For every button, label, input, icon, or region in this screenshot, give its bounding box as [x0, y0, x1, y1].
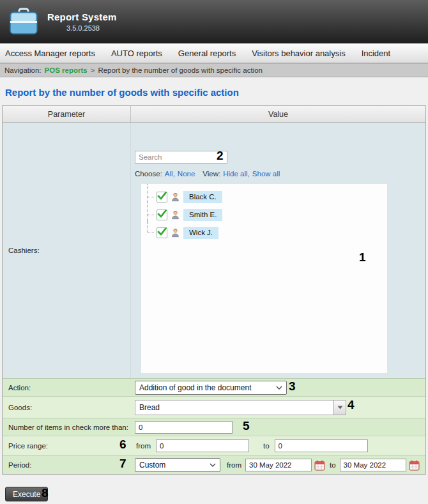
annotation-6: 6 [119, 438, 126, 450]
row-items-in-check: Number of items in check more than: [3, 418, 425, 436]
menu-bar: Access Manager reports AUTO reports Gene… [0, 43, 428, 63]
breadcrumb-current: Report by the number of goods with speci… [98, 66, 263, 74]
menu-item-incident[interactable]: Incident [362, 49, 391, 58]
app-title: Report System [47, 11, 116, 22]
cashier-checkbox[interactable] [157, 227, 167, 238]
period-label: Period: [3, 456, 131, 474]
goods-combobox[interactable]: Bread [135, 400, 346, 415]
column-header-value: Value [131, 106, 425, 122]
chevron-down-icon [276, 386, 282, 390]
price-from-input[interactable] [156, 439, 249, 452]
action-select[interactable]: Addition of good in the document [135, 381, 287, 395]
goods-dropdown-button[interactable] [333, 401, 346, 415]
link-all[interactable]: All [165, 170, 173, 178]
table-header-row: Parameter Value [3, 106, 425, 123]
action-label: Action: [3, 379, 131, 396]
link-none[interactable]: None [178, 170, 195, 178]
price-to-label: to [263, 442, 270, 450]
cashier-name: Wick J. [183, 227, 218, 239]
menu-item-general-reports[interactable]: General reports [178, 49, 236, 58]
menu-item-visitors-behavior-analysis[interactable]: Visitors behavior analysis [252, 49, 345, 58]
annotation-4: 4 [348, 399, 355, 411]
row-period: Period: Custom from to [3, 455, 425, 474]
person-icon [171, 192, 180, 202]
cashiers-value-cell: Choose: All, None View: Hide all, Show a… [131, 123, 425, 378]
header-text: Report System 3.5.0.2538 [47, 11, 116, 32]
calendar-icon[interactable] [409, 460, 420, 471]
row-action: Action: Addition of good in the document [3, 378, 425, 396]
parameters-table: Parameter Value Cashiers: Choose: All, N… [2, 105, 426, 475]
row-price-range: Price range: from to [3, 436, 425, 455]
cashier-list-item[interactable]: Black C. [141, 188, 387, 206]
report-system-logo-icon [8, 6, 40, 38]
app-window: Report System 3.5.0.2538 Access Manager … [0, 0, 428, 504]
person-icon [171, 210, 180, 220]
period-from-input[interactable] [245, 459, 312, 471]
cashier-name: Black C. [183, 191, 222, 203]
cashier-list-item[interactable]: Wick J. [141, 224, 387, 241]
annotation-3: 3 [289, 380, 296, 392]
person-icon [171, 228, 180, 238]
cashiers-links-row: Choose: All, None View: Hide all, Show a… [135, 170, 280, 178]
menu-item-auto-reports[interactable]: AUTO reports [111, 49, 162, 58]
menu-item-access-manager-reports[interactable]: Access Manager reports [5, 49, 95, 58]
page-title: Report by the number of goods with speci… [0, 77, 428, 105]
price-to-input[interactable] [275, 439, 368, 452]
comma-separator: , [248, 170, 250, 178]
period-select-value: Custom [139, 461, 165, 470]
view-label: View: [203, 170, 220, 178]
period-from-label: from [227, 461, 241, 469]
app-version: 3.5.0.2538 [66, 24, 116, 32]
price-from-label: from [136, 442, 151, 450]
annotation-5: 5 [243, 420, 250, 432]
breadcrumb-link-pos-reports[interactable]: POS reports [45, 66, 88, 74]
breadcrumb-separator-icon: > [91, 66, 95, 74]
row-goods: Goods: Bread [3, 396, 425, 418]
cashier-checkbox[interactable] [157, 210, 167, 220]
app-header: Report System 3.5.0.2538 [0, 0, 428, 43]
check-icon [157, 208, 167, 219]
cashier-checkbox[interactable] [157, 192, 167, 202]
period-to-label: to [330, 461, 336, 469]
link-hide-all[interactable]: Hide all [223, 170, 247, 178]
annotation-7: 7 [119, 457, 126, 470]
cashier-name: Smith E. [183, 209, 222, 221]
cashier-list-item[interactable]: Smith E. [141, 206, 387, 224]
annotation-2: 2 [217, 149, 224, 162]
goods-label: Goods: [3, 397, 131, 418]
calendar-icon[interactable] [314, 460, 325, 471]
cashiers-label: Cashiers: [3, 123, 131, 378]
comma-separator: , [173, 170, 175, 178]
link-show-all[interactable]: Show all [252, 170, 280, 178]
annotation-8: 8 [42, 487, 49, 499]
goods-combobox-value: Bread [135, 401, 333, 415]
period-to-input[interactable] [340, 459, 406, 471]
breadcrumb-label: Navigation: [4, 66, 42, 74]
action-select-value: Addition of good in the document [139, 383, 251, 392]
cashiers-list: Black C. Smith E. [141, 184, 387, 373]
check-icon [157, 226, 167, 237]
price-range-label: Price range: [3, 436, 131, 455]
choose-label: Choose: [135, 170, 162, 178]
items-in-check-label: Number of items in check more than: [3, 418, 131, 436]
period-select[interactable]: Custom [135, 458, 220, 472]
search-input[interactable] [135, 151, 227, 164]
chevron-down-icon [210, 463, 216, 467]
items-in-check-input[interactable] [135, 421, 233, 434]
column-header-parameter: Parameter [3, 106, 131, 122]
breadcrumb: Navigation: POS reports > Report by the … [0, 63, 428, 77]
annotation-1: 1 [359, 251, 366, 263]
check-icon [157, 190, 167, 201]
triangle-down-icon [337, 406, 343, 409]
